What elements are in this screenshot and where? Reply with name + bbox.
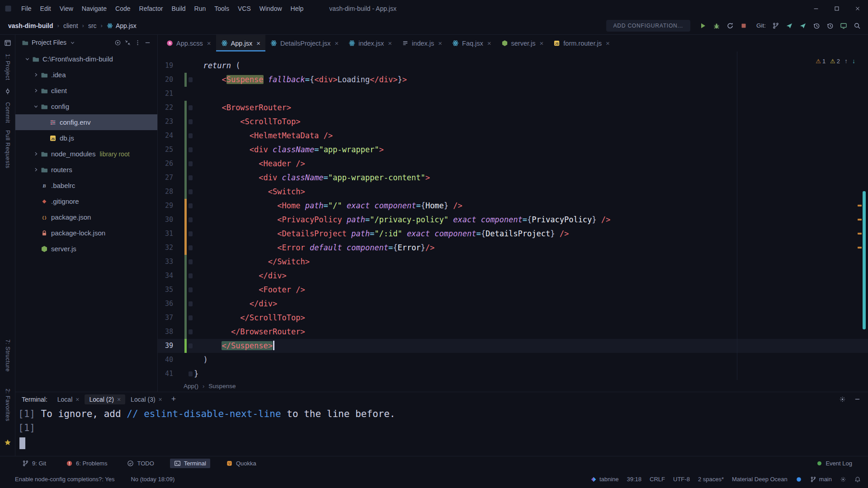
toolwindow-button-quokka[interactable]: Quokka bbox=[222, 459, 260, 468]
menu-item-view[interactable]: View bbox=[56, 3, 77, 14]
close-tab-icon[interactable]: × bbox=[606, 39, 610, 47]
breadcrumb-item[interactable]: client bbox=[63, 22, 78, 29]
menu-item-vcs[interactable]: VCS bbox=[234, 3, 255, 14]
editor-tab-index.js[interactable]: index.js× bbox=[397, 35, 447, 52]
line-number[interactable]: 28 bbox=[158, 185, 173, 199]
fold-marker[interactable] bbox=[189, 147, 193, 152]
line-number[interactable]: 19 bbox=[158, 59, 173, 73]
status-message[interactable]: No (today 18:09) bbox=[131, 476, 175, 483]
menu-item-build[interactable]: Build bbox=[167, 3, 189, 14]
tree-row-client[interactable]: client bbox=[15, 83, 157, 99]
tree-row-package.json[interactable]: {}package.json bbox=[15, 209, 157, 225]
toolwindow-button-todo[interactable]: TODO bbox=[123, 459, 158, 468]
line-number[interactable]: 25 bbox=[158, 143, 173, 157]
new-session-button[interactable]: + bbox=[171, 394, 176, 404]
debug-button[interactable] bbox=[713, 22, 720, 29]
search-everywhere-button[interactable] bbox=[854, 22, 861, 29]
tree-row-config[interactable]: config bbox=[15, 99, 157, 114]
code-line[interactable]: 23 <ScrollToTop> bbox=[158, 115, 868, 129]
close-tab-icon[interactable]: × bbox=[487, 39, 491, 47]
fold-marker[interactable] bbox=[189, 287, 193, 292]
code-line[interactable]: 24 <HelmetMetaData /> bbox=[158, 129, 868, 143]
editor-tab-app.jsx[interactable]: App.jsx× bbox=[216, 35, 265, 52]
tree-row-config.env[interactable]: config.env bbox=[15, 114, 157, 130]
maximize-window-button[interactable] bbox=[826, 0, 847, 17]
code-line[interactable]: 22 <BrowserRouter> bbox=[158, 101, 868, 115]
menu-item-tools[interactable]: Tools bbox=[210, 3, 233, 14]
status-widget-39-18[interactable]: 39:18 bbox=[627, 476, 642, 483]
close-tab-icon[interactable]: × bbox=[207, 39, 211, 47]
line-number[interactable]: 20 bbox=[158, 73, 173, 87]
status-widget-tabnine[interactable]: tabnine bbox=[590, 476, 619, 483]
fold-marker[interactable] bbox=[189, 105, 193, 110]
fold-marker[interactable] bbox=[189, 259, 193, 264]
tree-row-routers[interactable]: routers bbox=[15, 162, 157, 178]
status-widget-blue-dot[interactable] bbox=[796, 476, 802, 483]
tool-window-button[interactable]: 1: Project bbox=[5, 54, 11, 80]
status-message[interactable]: Enable node-config completions?: Yes bbox=[15, 476, 114, 483]
tool-window-button[interactable]: 2: Favorites bbox=[5, 389, 11, 422]
line-number[interactable]: 23 bbox=[158, 115, 173, 129]
menu-item-file[interactable]: File bbox=[17, 3, 36, 14]
project-tool-icon[interactable] bbox=[4, 39, 11, 47]
fold-marker[interactable] bbox=[189, 77, 193, 82]
run-configuration-select[interactable]: ADD CONFIGURATION... bbox=[606, 20, 690, 32]
terminal-tab[interactable]: Local (2)× bbox=[85, 394, 125, 404]
fold-marker[interactable] bbox=[189, 133, 193, 138]
prev-issue-arrow-icon[interactable]: ↑ bbox=[844, 54, 848, 68]
toolwindow-button-9-git[interactable]: 9: Git bbox=[18, 459, 50, 468]
line-number[interactable]: 33 bbox=[158, 255, 173, 269]
hide-panel-icon[interactable] bbox=[854, 396, 861, 403]
fold-marker[interactable] bbox=[189, 343, 193, 348]
fold-marker[interactable] bbox=[189, 189, 193, 194]
code-line[interactable]: 37 </ScrollToTop> bbox=[158, 311, 868, 325]
breadcrumb-item[interactable]: src bbox=[88, 22, 97, 29]
code-editor[interactable]: 19 return (20 <Suspense fallback={<div>L… bbox=[158, 52, 868, 380]
breadcrumb-item[interactable]: vash-dim-build bbox=[8, 22, 53, 29]
editor-scrollbar-thumb[interactable] bbox=[863, 191, 866, 329]
code-breadcrumb-item[interactable]: Suspense bbox=[208, 383, 236, 389]
close-tab-icon[interactable]: × bbox=[388, 39, 392, 47]
close-tab-icon[interactable]: × bbox=[540, 39, 544, 47]
line-number[interactable]: 30 bbox=[158, 213, 173, 227]
warning-count-1[interactable]: ⚠1 bbox=[816, 54, 826, 68]
code-line[interactable]: 27 <div className="app-wrapper-content"> bbox=[158, 171, 868, 185]
minimize-window-button[interactable] bbox=[806, 0, 826, 17]
status-widget-utf-8[interactable]: UTF-8 bbox=[673, 476, 690, 483]
code-line[interactable]: 31 <DetailsProject path="/:id" exact com… bbox=[158, 227, 868, 241]
fold-marker[interactable] bbox=[189, 329, 193, 334]
line-number[interactable]: 31 bbox=[158, 227, 173, 241]
next-issue-arrow-icon[interactable]: ↓ bbox=[852, 54, 855, 68]
more-options-icon[interactable] bbox=[134, 39, 141, 46]
tool-window-button[interactable]: Pull Requests bbox=[5, 130, 11, 169]
code-line[interactable]: 32 <Error default component={Error}/> bbox=[158, 241, 868, 255]
terminal-output[interactable]: [1] To ignore, add // eslint-disable-nex… bbox=[15, 406, 868, 456]
code-line[interactable]: 41} bbox=[158, 367, 868, 380]
preview-button[interactable] bbox=[840, 22, 847, 29]
chevron-down-icon[interactable] bbox=[70, 40, 75, 46]
tree-row-.idea[interactable]: .idea bbox=[15, 67, 157, 83]
line-number[interactable]: 37 bbox=[158, 311, 173, 325]
fold-marker[interactable] bbox=[189, 161, 193, 166]
local-history-button[interactable] bbox=[826, 22, 834, 29]
menu-item-help[interactable]: Help bbox=[287, 3, 308, 14]
status-widget-gear[interactable] bbox=[840, 476, 846, 483]
code-line[interactable]: 33 </Switch> bbox=[158, 255, 868, 269]
menu-item-edit[interactable]: Edit bbox=[36, 3, 55, 14]
editor-tab-index.jsx[interactable]: index.jsx× bbox=[344, 35, 397, 52]
line-number[interactable]: 36 bbox=[158, 297, 173, 311]
line-number[interactable]: 22 bbox=[158, 101, 173, 115]
code-line[interactable]: 36 </div> bbox=[158, 297, 868, 311]
line-number[interactable]: 24 bbox=[158, 129, 173, 143]
fold-marker[interactable] bbox=[189, 119, 193, 124]
menu-item-run[interactable]: Run bbox=[190, 3, 210, 14]
run-with-coverage-button[interactable] bbox=[726, 22, 734, 29]
code-line[interactable]: 21 bbox=[158, 87, 868, 101]
editor-tab-server.js[interactable]: server.js× bbox=[496, 35, 549, 52]
editor-tab-form.router.js[interactable]: JSform.router.js× bbox=[548, 35, 614, 52]
tool-window-button[interactable]: Commit bbox=[5, 102, 11, 123]
toolwindow-button-terminal[interactable]: Terminal bbox=[170, 459, 210, 468]
fold-marker[interactable] bbox=[189, 231, 193, 236]
chevron-right-icon[interactable] bbox=[33, 72, 39, 78]
status-widget-crlf[interactable]: CRLF bbox=[650, 476, 665, 483]
